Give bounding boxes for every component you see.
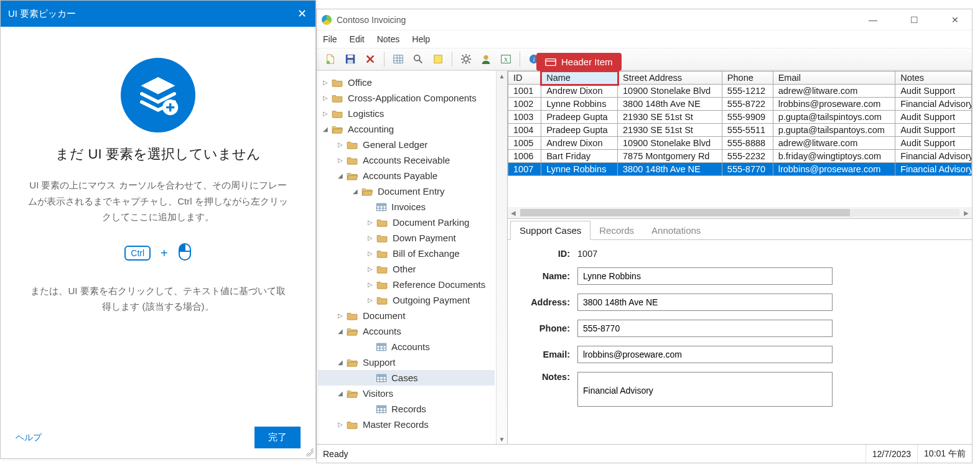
user-icon[interactable] [477,50,495,68]
tree-item-label: General Ledger [363,139,427,150]
expand-icon[interactable]: ◢ [337,172,344,179]
column-header-notes[interactable]: Notes [895,72,972,85]
menu-help[interactable]: Help [412,34,430,44]
expand-icon[interactable]: ▷ [322,110,329,117]
tree-item[interactable]: ◢Support [318,354,495,370]
svg-rect-52 [376,374,386,377]
column-header-email[interactable]: Email [773,72,895,85]
expand-icon[interactable]: ◢ [352,188,359,195]
tree-scrollbar[interactable]: ▲ ▼ [496,71,507,444]
folder-icon [376,296,388,305]
notes-field[interactable] [577,372,833,407]
tree-item[interactable]: ▷Accounts Receivable [318,152,495,168]
table-row[interactable]: 1006Bart Friday7875 Montgomery Rd555-223… [508,150,972,163]
close-icon[interactable]: ✕ [296,7,308,21]
note-icon[interactable] [429,50,447,68]
expand-icon[interactable]: ▷ [337,157,344,164]
save-icon[interactable] [342,50,359,68]
tab-annotations[interactable]: Annotations [643,221,709,239]
expand-icon[interactable]: ▷ [322,95,329,101]
expand-icon[interactable]: ▷ [366,297,374,303]
tree-item[interactable]: Invoices [318,199,495,215]
expand-icon[interactable]: ◢ [337,359,344,366]
expand-icon[interactable]: ◢ [322,126,329,132]
menu-file[interactable]: File [323,34,337,44]
column-header-phone[interactable]: Phone [722,72,773,85]
excel-icon[interactable]: X [497,50,515,68]
expand-icon[interactable]: ▷ [337,141,344,148]
expand-icon[interactable]: ▷ [337,421,344,428]
scroll-left-icon[interactable]: ◀ [508,210,519,216]
tree-item[interactable]: ▷Master Records [318,417,495,432]
tree-item[interactable]: ▷Office [318,75,495,90]
expand-icon[interactable]: ▷ [322,79,329,86]
minimize-icon[interactable]: — [859,15,887,25]
resize-grip[interactable] [305,448,314,456]
email-field[interactable] [577,346,833,363]
folder-open-icon [332,125,343,134]
table-row[interactable]: 1007Lynne Robbins3800 148th Ave NE555-87… [508,163,972,176]
table-icon[interactable] [390,50,407,68]
table-row[interactable]: 1001Andrew Dixon10900 Stonelake Blvd555-… [508,85,972,98]
table-row[interactable]: 1003Pradeep Gupta21930 SE 51st St555-990… [508,111,972,124]
delete-icon[interactable] [362,50,379,68]
tree-item[interactable]: ▷General Ledger [318,137,495,152]
scroll-up-icon[interactable]: ▲ [497,71,507,81]
scroll-right-icon[interactable]: ▶ [961,210,972,216]
name-field[interactable] [577,267,833,285]
grid-hscrollbar[interactable]: ◀ ▶ [508,207,972,218]
menu-edit[interactable]: Edit [350,34,365,44]
expand-icon[interactable]: ▷ [366,281,374,288]
expand-icon[interactable]: ▷ [337,312,344,319]
maximize-icon[interactable]: ☐ [900,15,928,25]
done-button[interactable]: 完了 [254,427,301,448]
tree-item[interactable]: ▷Logistics [318,106,495,121]
tree-item[interactable]: ◢Accounts Payable [318,168,495,183]
help-link[interactable]: ヘルプ [16,432,42,443]
tree-item[interactable]: ▷Other [318,261,495,277]
menu-notes[interactable]: Notes [377,34,400,44]
tree-item[interactable]: ◢Document Entry [318,183,495,199]
gear-icon[interactable] [457,50,475,68]
tree-item[interactable]: ▷Document Parking [318,215,495,230]
expand-icon[interactable]: ◢ [337,390,344,397]
phone-field[interactable] [577,320,833,337]
column-header-address[interactable]: Street Address [618,72,722,85]
tab-support-cases[interactable]: Support Cases [510,221,590,240]
search-icon[interactable] [409,50,427,68]
address-field[interactable] [577,294,833,311]
tree-item[interactable]: ◢Accounting [318,121,495,137]
expand-icon[interactable]: ▷ [366,234,374,241]
cell-name: Lynne Robbins [541,163,618,176]
window-close-icon[interactable]: ✕ [941,15,969,25]
expand-icon[interactable]: ▷ [366,250,374,257]
column-header-id[interactable]: ID [508,72,541,85]
cell-name: Pradeep Gupta [541,111,618,124]
expand-icon[interactable]: ▷ [366,266,374,272]
scroll-down-icon[interactable]: ▼ [497,434,507,444]
cell-phone: 555-8722 [722,98,773,111]
column-header-name[interactable]: Name [541,72,618,85]
tree-item[interactable]: Accounts [318,339,495,354]
tree-item[interactable]: Cases [318,370,495,386]
expand-icon[interactable]: ◢ [337,328,344,335]
tree-item[interactable]: ▷Document [318,308,495,323]
folder-icon [332,78,343,87]
tree-item[interactable]: ◢Visitors [318,386,495,401]
tree-item[interactable]: ▷Bill of Exchange [318,246,495,261]
tree-item[interactable]: ◢Accounts [318,323,495,339]
table-row[interactable]: 1005Andrew Dixon10900 Stonelake Blvd555-… [508,137,972,150]
tree-item[interactable]: ▷Outgoing Payment [318,292,495,308]
cell-id: 1006 [508,150,541,163]
cell-phone: 555-1212 [722,85,773,98]
info-icon[interactable]: i [525,50,543,68]
tab-records[interactable]: Records [590,221,643,239]
tree-item[interactable]: ▷Cross-Application Components [318,90,495,106]
tree-item[interactable]: Records [318,401,495,417]
table-row[interactable]: 1002Lynne Robbins3800 148th Ave NE555-87… [508,98,972,111]
tree-item[interactable]: ▷Reference Documents [318,277,495,292]
expand-icon[interactable]: ▷ [366,219,374,226]
new-file-icon[interactable] [322,50,339,68]
table-row[interactable]: 1004Pradeep Gupta21930 SE 51st St555-551… [508,124,972,137]
tree-item[interactable]: ▷Down Payment [318,230,495,246]
